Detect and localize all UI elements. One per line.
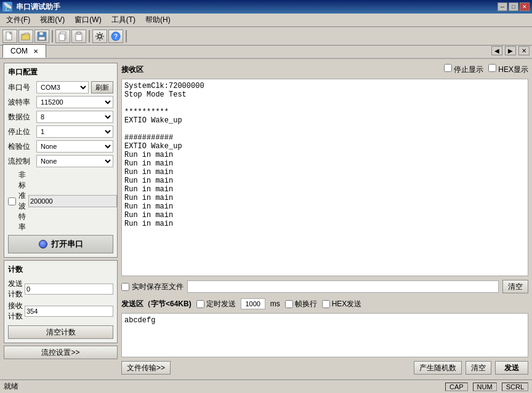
tab-close-icon[interactable]: ✕ — [33, 48, 38, 55]
toolbar-sep3 — [126, 30, 127, 42]
save-file-label[interactable]: 实时保存至文件 — [121, 282, 183, 292]
recv-count-row: 接收计数 — [8, 301, 113, 322]
nonstandard-row: 非标准波特率 — [8, 170, 113, 232]
recv-controls: 停止显示 HEX显示 — [444, 64, 528, 75]
open-port-button[interactable]: 打开串口 — [8, 235, 113, 253]
close-button[interactable]: ✕ — [520, 2, 530, 11]
newline-checkbox[interactable] — [285, 300, 293, 308]
toolbar-copy[interactable] — [55, 30, 70, 43]
hex-send-checkbox[interactable] — [322, 300, 330, 308]
recv-title: 接收区 — [121, 65, 143, 75]
menu-view[interactable]: 视图(V) — [35, 14, 70, 26]
svg-point-9 — [98, 34, 102, 38]
port-row: 串口号 COM3 刷新 — [8, 81, 113, 93]
baud-row: 波特率 115200 9600 19200 38400 57600 230400 — [8, 96, 113, 108]
recv-header: 接收区 停止显示 HEX显示 — [121, 63, 528, 76]
menu-help[interactable]: 帮助(H) — [140, 14, 175, 26]
toolbar-help[interactable]: ? — [108, 30, 123, 43]
stop-bits-select[interactable]: 1 1.5 2 — [36, 125, 113, 138]
hex-display-label[interactable]: HEX显示 — [488, 64, 528, 75]
timed-interval-input[interactable] — [241, 298, 265, 309]
stop-display-checkbox[interactable] — [444, 64, 452, 72]
open-port-label: 打开串口 — [51, 239, 83, 250]
timed-send-checkbox[interactable] — [196, 300, 204, 308]
stop-display-label[interactable]: 停止显示 — [444, 64, 483, 75]
status-num: NUM — [473, 383, 497, 391]
minimize-button[interactable]: ─ — [498, 2, 507, 11]
menu-bar: 文件(F) 视图(V) 窗口(W) 工具(T) 帮助(H) — [0, 14, 532, 27]
menu-window[interactable]: 窗口(W) — [70, 14, 106, 26]
recv-textarea[interactable]: SystemClk:72000000 Stop Mode Test ******… — [121, 79, 528, 276]
data-bits-select[interactable]: 8 5 6 7 — [36, 111, 113, 123]
send-count-input[interactable] — [25, 284, 113, 295]
toolbar-settings[interactable] — [92, 30, 107, 43]
svg-rect-4 — [39, 37, 45, 40]
toolbar-paste[interactable] — [71, 30, 86, 43]
flow-row: 流控制 None RTS/CTS XON/XOFF — [8, 155, 113, 167]
baud-select[interactable]: 115200 9600 19200 38400 57600 230400 — [36, 96, 113, 108]
toolbar-sep1 — [52, 30, 53, 42]
send-count-label: 发送计数 — [8, 279, 25, 300]
data-bits-label: 数据位 — [8, 112, 36, 122]
send-button[interactable]: 发送 — [495, 361, 528, 375]
nonstandard-checkbox[interactable] — [8, 197, 16, 205]
title-bar-controls: ─ □ ✕ — [498, 2, 530, 11]
file-transfer-button[interactable]: 文件传输>> — [121, 361, 171, 375]
menu-tools[interactable]: 工具(T) — [107, 14, 140, 26]
tab-bar-right: ◀ ▶ ✕ — [491, 46, 530, 58]
maximize-button[interactable]: □ — [509, 2, 518, 11]
hex-display-checkbox[interactable] — [488, 64, 496, 72]
stop-bits-label: 停止位 — [8, 127, 36, 137]
toolbar-open[interactable] — [18, 30, 33, 43]
send-count-row: 发送计数 — [8, 279, 113, 300]
save-path-input[interactable] — [187, 280, 499, 293]
clear-count-button[interactable]: 清空计数 — [8, 325, 113, 339]
hex-send-label[interactable]: HEX发送 — [322, 299, 362, 309]
toolbar-sep2 — [89, 30, 90, 42]
toolbar: ? — [0, 27, 532, 46]
serial-config-title: 串口配置 — [8, 67, 113, 77]
toolbar-new[interactable] — [2, 30, 17, 43]
left-panel: 串口配置 串口号 COM3 刷新 波特率 115200 9600 19200 3… — [4, 63, 118, 376]
menu-file[interactable]: 文件(F) — [1, 14, 35, 26]
send-title: 发送区（字节<64KB) — [121, 299, 191, 309]
send-footer: 文件传输>> 产生随机数 清空 发送 — [121, 360, 528, 376]
flow-settings-button[interactable]: 流控设置>> — [4, 346, 118, 359]
tab-scroll-left[interactable]: ◀ — [491, 46, 502, 55]
port-select[interactable]: COM3 — [36, 81, 89, 93]
status-text: 就绪 — [4, 381, 18, 392]
count-group: 计数 发送计数 接收计数 清空计数 — [4, 260, 118, 343]
tab-close-all[interactable]: ✕ — [518, 46, 530, 55]
svg-rect-8 — [77, 32, 81, 34]
newline-label[interactable]: 帧换行 — [285, 299, 317, 309]
title-bar: 📡 串口调试助手 ─ □ ✕ — [0, 0, 532, 14]
svg-rect-1 — [22, 34, 30, 40]
toolbar-save[interactable] — [34, 30, 49, 43]
recv-count-label: 接收计数 — [8, 301, 25, 322]
tab-scroll-right[interactable]: ▶ — [505, 46, 516, 55]
status-cap: CAP — [445, 383, 468, 391]
baud-label: 波特率 — [8, 97, 36, 108]
status-right: CAP NUM SCRL — [445, 383, 528, 391]
app-icon: 📡 — [2, 2, 12, 12]
timed-send-label[interactable]: 定时发送 — [196, 299, 236, 309]
clear-recv-button[interactable]: 清空 — [502, 280, 528, 293]
flow-select[interactable]: None RTS/CTS XON/XOFF — [36, 155, 113, 167]
random-button[interactable]: 产生随机数 — [414, 361, 462, 375]
main-area: 串口配置 串口号 COM3 刷新 波特率 115200 9600 19200 3… — [0, 59, 532, 379]
recv-count-input[interactable] — [25, 306, 113, 317]
clear-send-button[interactable]: 清空 — [465, 361, 491, 375]
title-bar-left: 📡 串口调试助手 — [2, 2, 60, 12]
right-panel: 接收区 停止显示 HEX显示 SystemClk:72000000 Stop M… — [121, 63, 528, 376]
svg-text:?: ? — [114, 33, 118, 40]
tab-com[interactable]: COM ✕ — [2, 44, 46, 58]
parity-row: 检验位 None Odd Even — [8, 140, 113, 153]
parity-select[interactable]: None Odd Even — [36, 140, 113, 153]
svg-rect-6 — [59, 34, 65, 41]
send-textarea[interactable]: abcdefg — [121, 313, 528, 357]
nonstandard-input[interactable] — [28, 195, 117, 207]
status-scrl: SCRL — [502, 383, 528, 391]
refresh-button[interactable]: 刷新 — [91, 81, 113, 93]
save-file-checkbox[interactable] — [121, 283, 129, 291]
send-header: 发送区（字节<64KB) 定时发送 ms 帧换行 HEX发送 — [121, 297, 528, 311]
